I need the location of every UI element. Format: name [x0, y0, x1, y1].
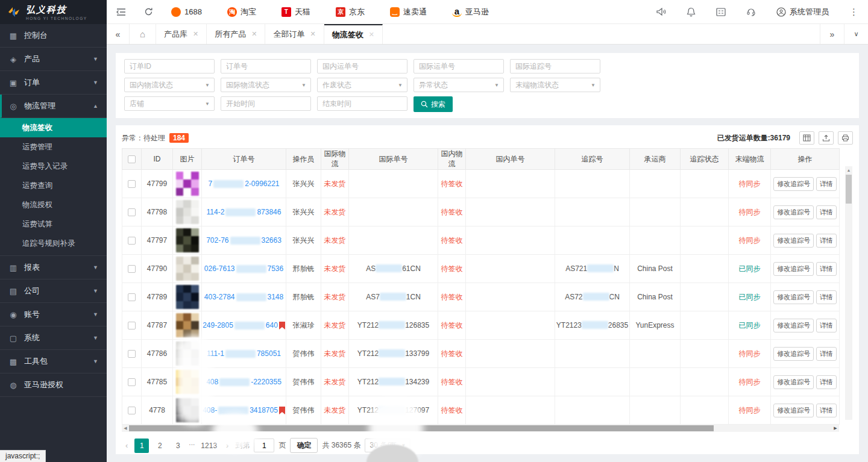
- sidebar-subitem-tracking-rule-supplement[interactable]: 追踪号规则补录: [0, 234, 107, 253]
- notifications-bell-icon[interactable]: [687, 7, 696, 17]
- marketplace-link-aliexpress[interactable]: ‿速卖通: [390, 7, 427, 17]
- product-thumbnail[interactable]: [176, 342, 199, 366]
- end-time-input[interactable]: [317, 96, 407, 111]
- details-button[interactable]: 详情: [816, 262, 837, 276]
- row-checkbox[interactable]: [128, 322, 136, 329]
- tab-close-icon[interactable]: ✕: [369, 31, 374, 39]
- sidebar-subitem-logistics-receipt[interactable]: 物流签收: [0, 118, 107, 137]
- edit-tracking-button[interactable]: 修改追踪号: [773, 375, 814, 389]
- tabs-dropdown-icon[interactable]: ∨: [844, 24, 868, 44]
- marketplace-link-jd[interactable]: 京京东: [336, 7, 365, 17]
- scroll-left-arrow-icon[interactable]: ◀: [122, 426, 129, 431]
- details-button[interactable]: 详情: [816, 290, 837, 304]
- sidebar-item-amazon-auth[interactable]: ◍亚马逊授权: [0, 373, 107, 397]
- marketplace-link-tmall[interactable]: T天猫: [281, 7, 310, 17]
- edit-tracking-button[interactable]: 修改追踪号: [773, 262, 814, 276]
- details-button[interactable]: 详情: [816, 375, 837, 389]
- sidebar-item-orders[interactable]: ▣订单▼: [0, 71, 107, 95]
- details-button[interactable]: 详情: [816, 205, 837, 219]
- tab-所有产品[interactable]: 所有产品✕: [207, 24, 265, 44]
- start-time-input[interactable]: [221, 96, 311, 111]
- goto-page-input[interactable]: [254, 439, 274, 452]
- sidebar-item-products[interactable]: ◈产品▼: [0, 48, 107, 71]
- tabs-collapse-left-icon[interactable]: «: [107, 24, 130, 44]
- tab-产品库[interactable]: 产品库✕: [156, 24, 207, 44]
- filter-input-2[interactable]: [317, 59, 407, 73]
- scroll-right-arrow-icon[interactable]: ▶: [832, 426, 839, 431]
- pending-label[interactable]: 待处理: [143, 133, 165, 143]
- app-logo[interactable]: 弘义科技 HONG YI TECHNOLOGY: [0, 0, 107, 24]
- sidebar-item-accounts[interactable]: ◉账号▼: [0, 303, 107, 326]
- edit-tracking-button[interactable]: 修改追踪号: [773, 404, 814, 417]
- edit-tracking-button[interactable]: 修改追踪号: [773, 177, 814, 191]
- filter-select-0[interactable]: 国内物流状态▼: [124, 78, 215, 92]
- order-number-value[interactable]: 408-2220355: [206, 378, 281, 386]
- details-button[interactable]: 详情: [816, 404, 837, 417]
- row-checkbox[interactable]: [128, 378, 136, 386]
- marketplace-link-amazon[interactable]: a亚马逊: [452, 7, 489, 17]
- tab-close-icon[interactable]: ✕: [251, 30, 257, 38]
- print-button[interactable]: [838, 131, 853, 145]
- product-thumbnail[interactable]: [176, 200, 199, 224]
- home-tab-icon[interactable]: ⌂: [130, 24, 156, 44]
- next-page-icon[interactable]: ›: [224, 441, 231, 450]
- pending-count-badge[interactable]: 184: [169, 133, 189, 143]
- shop-select[interactable]: 店铺 ▼: [124, 96, 215, 111]
- order-number-value[interactable]: 026-76137536: [204, 264, 283, 273]
- order-number-value[interactable]: 702-7632663: [206, 236, 281, 245]
- horizontal-scrollbar[interactable]: ◀ ▶: [122, 425, 839, 432]
- filter-input-4[interactable]: [510, 59, 600, 73]
- filter-select-2[interactable]: 作废状态▼: [317, 78, 407, 92]
- page-button-1213[interactable]: 1213: [198, 439, 219, 453]
- order-number-value[interactable]: 111-1785051: [207, 349, 281, 358]
- details-button[interactable]: 详情: [816, 347, 837, 361]
- filter-select-3[interactable]: 异常状态▼: [414, 78, 504, 92]
- announcement-icon[interactable]: [656, 7, 666, 16]
- sidebar-subitem-freight-trial[interactable]: 运费试算: [0, 214, 107, 234]
- refresh-icon[interactable]: [144, 7, 153, 16]
- horizontal-scroll-thumb[interactable]: [129, 425, 714, 431]
- scroll-up-arrow-icon[interactable]: ▲: [845, 166, 852, 173]
- vertical-scroll-thumb[interactable]: [846, 175, 852, 204]
- more-options-icon[interactable]: ⋮: [849, 7, 858, 17]
- order-number-value[interactable]: 114-2873846: [207, 208, 281, 216]
- filter-select-1[interactable]: 国际物流状态▼: [221, 78, 311, 92]
- sidebar-item-company[interactable]: ▤公司▼: [0, 279, 107, 303]
- workbench-grid-icon[interactable]: [716, 8, 726, 16]
- vertical-scrollbar[interactable]: ▲: [845, 166, 852, 420]
- tabs-scroll-right-icon[interactable]: »: [820, 24, 844, 44]
- sidebar-item-toolkit[interactable]: ▩工具包▼: [0, 350, 107, 373]
- user-menu[interactable]: 系统管理员: [776, 7, 829, 17]
- per-page-select[interactable]: 30 条/页 ▼: [365, 439, 410, 452]
- row-checkbox[interactable]: [128, 265, 136, 273]
- prev-page-icon[interactable]: ‹: [123, 441, 130, 450]
- sidebar-subitem-freight-management[interactable]: 运费管理: [0, 137, 107, 157]
- edit-tracking-button[interactable]: 修改追踪号: [773, 234, 814, 248]
- search-button[interactable]: 搜索: [414, 96, 453, 112]
- row-checkbox[interactable]: [128, 180, 136, 188]
- filter-input-0[interactable]: [124, 59, 215, 73]
- details-button[interactable]: 详情: [816, 177, 837, 191]
- row-checkbox[interactable]: [128, 407, 136, 414]
- row-checkbox[interactable]: [128, 208, 136, 216]
- sidebar-item-system[interactable]: ▢系统▼: [0, 326, 107, 350]
- edit-tracking-button[interactable]: 修改追踪号: [773, 290, 814, 304]
- page-button-3[interactable]: 3: [171, 439, 185, 453]
- sidebar-subitem-freight-import-records[interactable]: 运费导入记录: [0, 157, 107, 176]
- product-thumbnail[interactable]: [176, 398, 199, 422]
- page-button-1[interactable]: 1: [134, 439, 149, 453]
- sidebar-item-reports[interactable]: ▥报表▼: [0, 256, 107, 279]
- product-thumbnail[interactable]: [176, 313, 199, 337]
- order-number-value[interactable]: 403-27843148: [204, 293, 283, 301]
- order-number-value[interactable]: 72-0996221: [208, 179, 279, 188]
- row-checkbox[interactable]: [128, 237, 136, 245]
- filter-select-4[interactable]: 末端物流状态▼: [510, 78, 600, 92]
- customer-service-icon[interactable]: [746, 7, 756, 16]
- filter-input-1[interactable]: [221, 59, 311, 73]
- row-checkbox[interactable]: [128, 293, 136, 301]
- tab-全部订单[interactable]: 全部订单✕: [265, 24, 324, 44]
- product-thumbnail[interactable]: [176, 257, 199, 281]
- edit-tracking-button[interactable]: 修改追踪号: [773, 347, 814, 361]
- sidebar-item-console[interactable]: ▦控制台: [0, 24, 107, 48]
- order-number-value[interactable]: 249-2805640: [203, 321, 285, 329]
